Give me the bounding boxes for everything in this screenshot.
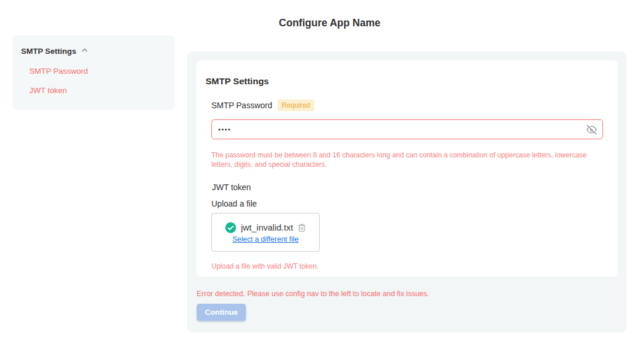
eye-off-icon[interactable] xyxy=(586,124,597,135)
smtp-password-input[interactable] xyxy=(211,119,603,139)
required-badge: Required xyxy=(278,99,314,111)
smtp-password-label: SMTP Password xyxy=(211,101,272,110)
smtp-password-field-wrap xyxy=(211,119,603,139)
check-circle-icon xyxy=(225,222,237,233)
uploaded-file-row: jwt_invalid.txt xyxy=(225,222,306,233)
smtp-settings-card: SMTP Settings SMTP Password Required The… xyxy=(196,60,618,277)
page-title: Configure App Name xyxy=(279,17,380,29)
sidebar-section-smtp-settings[interactable]: SMTP Settings xyxy=(21,46,166,56)
config-nav-sidebar: SMTP Settings SMTP Password JWT token xyxy=(12,35,175,110)
main-panel: SMTP Settings SMTP Password Required The… xyxy=(187,51,626,332)
sidebar-item-jwt-token[interactable]: JWT token xyxy=(29,86,166,95)
file-upload-box: jwt_invalid.txt Select a different file xyxy=(211,213,320,252)
select-different-file-link[interactable]: Select a different file xyxy=(232,235,299,243)
chevron-up-icon xyxy=(80,46,89,56)
sidebar-section-label: SMTP Settings xyxy=(21,47,76,56)
trash-icon[interactable] xyxy=(297,223,306,232)
smtp-password-helper-text: The password must be between 8 and 16 ch… xyxy=(211,150,595,169)
sidebar-item-smtp-password[interactable]: SMTP Password xyxy=(29,67,166,75)
jwt-token-label: JWT token xyxy=(212,183,251,192)
card-title: SMTP Settings xyxy=(206,76,269,87)
upload-file-label: Upload a file xyxy=(211,199,257,208)
jwt-token-helper-text: Upload a file with valid JWT token. xyxy=(211,262,318,270)
uploaded-file-name: jwt_invalid.txt xyxy=(241,222,293,232)
smtp-password-label-row: SMTP Password Required xyxy=(211,99,314,111)
form-error-message: Error detected. Please use config nav to… xyxy=(197,290,429,298)
continue-button[interactable]: Continue xyxy=(197,304,246,321)
